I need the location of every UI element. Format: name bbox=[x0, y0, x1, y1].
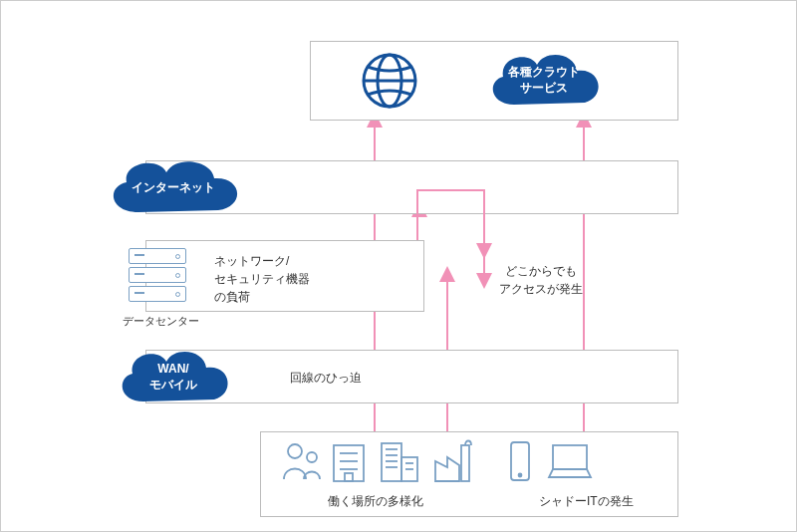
building-icon-1 bbox=[330, 439, 368, 483]
svg-rect-12 bbox=[345, 473, 353, 481]
access-anywhere-label: どこからでも アクセスが発生 bbox=[499, 262, 583, 298]
factory-icon bbox=[431, 439, 477, 483]
building-icon-2 bbox=[378, 439, 421, 483]
server-icon bbox=[129, 248, 186, 305]
svg-rect-24 bbox=[553, 445, 587, 469]
cloud-internet: インターネット bbox=[101, 152, 245, 224]
laptop-icon bbox=[543, 439, 597, 483]
svg-rect-21 bbox=[461, 445, 469, 481]
svg-point-6 bbox=[288, 444, 302, 458]
cloud-wan: WAN/ モバイル bbox=[109, 340, 238, 415]
datacenter-label: データセンター bbox=[123, 314, 199, 329]
network-load-label: ネットワーク/ セキュリティ機器 の負荷 bbox=[214, 252, 310, 306]
svg-point-23 bbox=[519, 474, 522, 477]
cloud-services: 各種クラウド サービス bbox=[479, 43, 609, 119]
svg-rect-8 bbox=[334, 445, 364, 481]
cloud-internet-label: インターネット bbox=[132, 180, 215, 196]
globe-icon bbox=[360, 51, 419, 111]
shadow-it-label: シャドーITの発生 bbox=[539, 493, 634, 510]
people-icon bbox=[280, 439, 326, 483]
workplace-diversity-label: 働く場所の多様化 bbox=[328, 493, 423, 510]
cloud-services-label: 各種クラウド サービス bbox=[508, 65, 580, 96]
phone-icon bbox=[507, 439, 533, 483]
line-strain-label: 回線のひっ迫 bbox=[290, 370, 362, 387]
svg-point-7 bbox=[307, 452, 317, 462]
cloud-wan-label: WAN/ モバイル bbox=[149, 362, 197, 393]
